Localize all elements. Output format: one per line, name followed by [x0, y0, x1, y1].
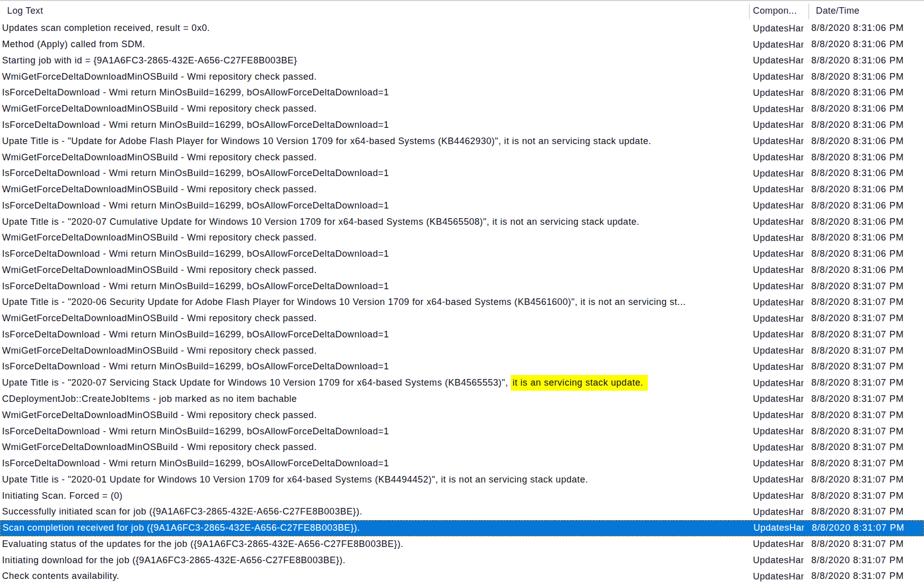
datetime-text: 8/8/2020 8:31:07 PM — [811, 394, 904, 404]
log-row[interactable]: WmiGetForceDeltaDownloadMinOSBuild - Wmi… — [0, 407, 924, 423]
log-text: Starting job with id = {9A1A6FC3-2865-43… — [2, 55, 297, 65]
log-text: IsForceDeltaDownload - Wmi return MinOsB… — [2, 87, 389, 97]
log-text-cell: WmiGetForceDeltaDownloadMinOSBuild - Wmi… — [0, 265, 749, 276]
log-text: WmiGetForceDeltaDownloadMinOSBuild - Wmi… — [2, 104, 317, 114]
log-row[interactable]: WmiGetForceDeltaDownloadMinOSBuild - Wmi… — [0, 311, 924, 327]
log-row[interactable]: IsForceDeltaDownload - Wmi return MinOsB… — [0, 456, 924, 472]
log-text: Upate Title is - "2020-01 Update for Win… — [2, 474, 588, 485]
log-text-cell: WmiGetForceDeltaDownloadMinOSBuild - Wmi… — [0, 72, 749, 82]
log-row[interactable]: Upate Title is - "Update for Adobe Flash… — [0, 133, 924, 149]
log-row[interactable]: Scan completion received for job ({9A1A6… — [0, 520, 924, 536]
log-row[interactable]: Updates scan completion received, result… — [0, 20, 924, 37]
column-header-datetime[interactable]: Date/Time — [808, 6, 924, 16]
datetime-cell: 8/8/2020 8:31:06 PM — [808, 200, 924, 211]
component-cell: UpdatesHan — [749, 361, 808, 372]
log-row[interactable]: IsForceDeltaDownload - Wmi return MinOsB… — [0, 85, 924, 101]
log-row[interactable]: Evaluating status of the updates for the… — [0, 536, 924, 553]
log-text-cell: IsForceDeltaDownload - Wmi return MinOsB… — [0, 281, 749, 292]
column-header-component[interactable]: Compon... — [749, 6, 808, 16]
datetime-cell: 8/8/2020 8:31:06 PM — [808, 232, 924, 243]
component-cell: UpdatesHan — [749, 297, 808, 308]
component-text: UpdatesHan — [753, 491, 804, 501]
component-cell: UpdatesHan — [749, 55, 808, 66]
log-row[interactable]: IsForceDeltaDownload - Wmi return MinOsB… — [0, 117, 924, 133]
log-row[interactable]: IsForceDeltaDownload - Wmi return MinOsB… — [0, 278, 924, 294]
log-row[interactable]: Upate Title is - "2020-07 Cumulative Upd… — [0, 214, 924, 230]
component-cell: UpdatesHan — [749, 394, 808, 405]
component-text: UpdatesHan — [753, 249, 804, 259]
log-text: IsForceDeltaDownload - Wmi return MinOsB… — [2, 120, 389, 130]
datetime-cell: 8/8/2020 8:31:07 PM — [808, 329, 924, 340]
datetime-cell: 8/8/2020 8:31:06 PM — [808, 104, 924, 114]
log-text-cell: IsForceDeltaDownload - Wmi return MinOsB… — [0, 426, 749, 437]
datetime-text: 8/8/2020 8:31:07 PM — [811, 474, 904, 485]
log-row[interactable]: IsForceDeltaDownload - Wmi return MinOsB… — [0, 423, 924, 439]
component-text: UpdatesHan — [753, 281, 804, 292]
datetime-cell: 8/8/2020 8:31:06 PM — [808, 265, 924, 276]
log-row[interactable]: WmiGetForceDeltaDownloadMinOSBuild - Wmi… — [0, 101, 924, 117]
log-row[interactable]: Successfully initiated scan for job ({9A… — [0, 504, 924, 520]
datetime-text: 8/8/2020 8:31:06 PM — [811, 152, 904, 162]
log-text: WmiGetForceDeltaDownloadMinOSBuild - Wmi… — [2, 442, 317, 452]
column-header-log-text[interactable]: Log Text — [0, 6, 749, 16]
component-text: UpdatesHan — [753, 152, 804, 163]
log-row[interactable]: Method (Apply) called from SDM. UpdatesH… — [0, 37, 924, 53]
component-cell: UpdatesHan — [749, 506, 808, 518]
component-text: UpdatesHan — [753, 40, 804, 50]
log-row[interactable]: WmiGetForceDeltaDownloadMinOSBuild - Wmi… — [0, 342, 924, 359]
log-row[interactable]: Initiating download for the job ({9A1A6F… — [0, 552, 924, 568]
datetime-text: 8/8/2020 8:31:06 PM — [811, 55, 904, 65]
datetime-text: 8/8/2020 8:31:07 PM — [811, 426, 904, 436]
log-text: Upate Title is - "2020-07 Cumulative Upd… — [2, 217, 640, 227]
datetime-text: 8/8/2020 8:31:07 PM — [811, 313, 904, 323]
log-row[interactable]: CDeploymentJob::CreateJobItems - job mar… — [0, 391, 924, 407]
log-text-cell: IsForceDeltaDownload - Wmi return MinOsB… — [0, 168, 749, 179]
component-cell: UpdatesHan — [749, 409, 808, 421]
column-resize-handle[interactable] — [808, 4, 809, 19]
log-row[interactable]: WmiGetForceDeltaDownloadMinOSBuild - Wmi… — [0, 68, 924, 85]
log-row[interactable]: Upate Title is - "2020-01 Update for Win… — [0, 471, 924, 488]
datetime-cell: 8/8/2020 8:31:07 PM — [808, 426, 924, 437]
log-text-cell: Initiating Scan. Forced = (0) — [0, 491, 749, 501]
log-row[interactable]: Initiating Scan. Forced = (0) UpdatesHan… — [0, 488, 924, 504]
log-text: IsForceDeltaDownload - Wmi return MinOsB… — [2, 329, 389, 339]
log-row[interactable]: Check contents availability. UpdatesHan … — [0, 568, 924, 584]
datetime-cell: 8/8/2020 8:31:07 PM — [809, 523, 923, 533]
datetime-cell: 8/8/2020 8:31:07 PM — [808, 491, 924, 501]
log-text-cell: Upate Title is - "Update for Adobe Flash… — [0, 136, 749, 147]
log-row[interactable]: WmiGetForceDeltaDownloadMinOSBuild - Wmi… — [0, 230, 924, 246]
log-row[interactable]: IsForceDeltaDownload - Wmi return MinOsB… — [0, 197, 924, 214]
log-text-cell: CDeploymentJob::CreateJobItems - job mar… — [0, 394, 749, 404]
log-text-cell: WmiGetForceDeltaDownloadMinOSBuild - Wmi… — [0, 104, 749, 114]
datetime-text: 8/8/2020 8:31:07 PM — [811, 491, 904, 501]
log-text-cell: Upate Title is - "2020-07 Cumulative Upd… — [0, 217, 749, 227]
component-text: UpdatesHan — [753, 265, 804, 276]
datetime-cell: 8/8/2020 8:31:07 PM — [808, 377, 924, 388]
datetime-text: 8/8/2020 8:31:07 PM — [811, 442, 904, 452]
log-row[interactable]: IsForceDeltaDownload - Wmi return MinOsB… — [0, 359, 924, 375]
log-row[interactable]: IsForceDeltaDownload - Wmi return MinOsB… — [0, 327, 924, 343]
log-row[interactable]: Upate Title is - "2020-07 Servicing Stac… — [0, 375, 924, 391]
datetime-cell: 8/8/2020 8:31:07 PM — [808, 539, 924, 549]
component-cell: UpdatesHan — [749, 249, 808, 260]
log-row[interactable]: WmiGetForceDeltaDownloadMinOSBuild - Wmi… — [0, 439, 924, 456]
datetime-cell: 8/8/2020 8:31:06 PM — [808, 168, 924, 179]
component-text: UpdatesHan — [753, 555, 804, 566]
log-text: IsForceDeltaDownload - Wmi return MinOsB… — [2, 281, 389, 291]
datetime-text: 8/8/2020 8:31:06 PM — [811, 120, 904, 130]
log-row[interactable]: WmiGetForceDeltaDownloadMinOSBuild - Wmi… — [0, 262, 924, 278]
component-cell: UpdatesHan — [749, 523, 809, 534]
column-resize-handle[interactable] — [749, 4, 750, 19]
log-row[interactable]: Upate Title is - "2020-06 Security Updat… — [0, 294, 924, 311]
datetime-cell: 8/8/2020 8:31:06 PM — [808, 87, 924, 98]
component-cell: UpdatesHan — [749, 377, 808, 389]
component-cell: UpdatesHan — [749, 426, 808, 437]
datetime-cell: 8/8/2020 8:31:07 PM — [808, 281, 924, 292]
log-row[interactable]: Starting job with id = {9A1A6FC3-2865-43… — [0, 53, 924, 69]
log-text: Upate Title is - "2020-06 Security Updat… — [2, 297, 686, 307]
log-row[interactable]: WmiGetForceDeltaDownloadMinOSBuild - Wmi… — [0, 182, 924, 198]
log-row[interactable]: IsForceDeltaDownload - Wmi return MinOsB… — [0, 165, 924, 182]
component-text: UpdatesHan — [753, 442, 804, 453]
log-row[interactable]: IsForceDeltaDownload - Wmi return MinOsB… — [0, 246, 924, 262]
log-row[interactable]: WmiGetForceDeltaDownloadMinOSBuild - Wmi… — [0, 149, 924, 165]
